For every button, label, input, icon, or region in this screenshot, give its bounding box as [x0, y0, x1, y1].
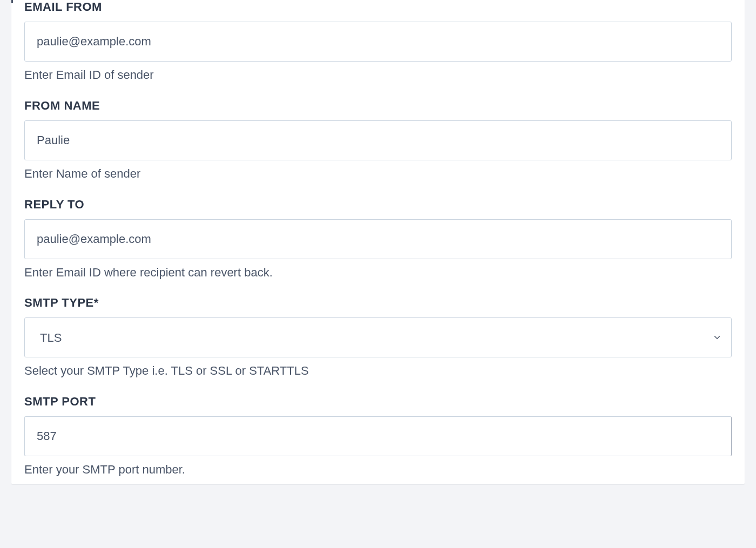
- smtp-type-group: SMTP TYPE* TLS Select your SMTP Type i.e…: [24, 296, 732, 380]
- from-name-help: Enter Name of sender: [24, 166, 732, 182]
- email-from-group: EMAIL FROM Enter Email ID of sender: [24, 0, 732, 84]
- smtp-type-label: SMTP TYPE*: [24, 296, 732, 310]
- settings-form-card: EMAIL FROM Enter Email ID of sender FROM…: [11, 0, 745, 485]
- from-name-input[interactable]: [24, 120, 732, 160]
- from-name-label: FROM NAME: [24, 99, 732, 113]
- reply-to-group: REPLY TO Enter Email ID where recipient …: [24, 198, 732, 281]
- reply-to-label: REPLY TO: [24, 198, 732, 212]
- smtp-type-select[interactable]: TLS: [24, 317, 732, 357]
- smtp-port-label: SMTP PORT: [24, 395, 732, 409]
- card-accent: [11, 0, 13, 3]
- reply-to-help: Enter Email ID where recipient can rever…: [24, 265, 732, 281]
- smtp-type-select-wrap: TLS: [24, 317, 732, 357]
- email-from-help: Enter Email ID of sender: [24, 67, 732, 84]
- from-name-group: FROM NAME Enter Name of sender: [24, 99, 732, 182]
- smtp-port-input[interactable]: [24, 416, 732, 456]
- reply-to-input[interactable]: [24, 219, 732, 259]
- email-from-input[interactable]: [24, 22, 732, 62]
- smtp-type-help: Select your SMTP Type i.e. TLS or SSL or…: [24, 363, 732, 380]
- smtp-port-help: Enter your SMTP port number.: [24, 462, 732, 478]
- smtp-port-group: SMTP PORT Enter your SMTP port number.: [24, 395, 732, 478]
- email-from-label: EMAIL FROM: [24, 0, 732, 14]
